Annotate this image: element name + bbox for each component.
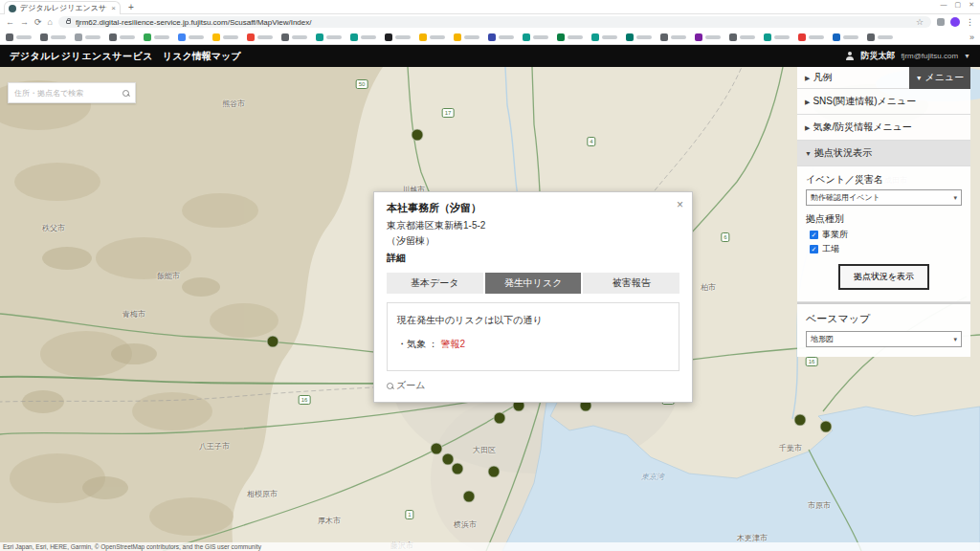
zoom-to-site-link[interactable]: ズーム [387, 379, 679, 392]
sidebar-item-sns[interactable]: ▶SNS(関連情報)メニュー [797, 89, 970, 115]
site-marker[interactable] [452, 463, 464, 475]
site-type-label: 拠点種別 [806, 212, 962, 226]
basemap-select[interactable]: 地形図 ▾ [806, 331, 962, 347]
bookmark-item[interactable] [523, 33, 548, 41]
bookmark-label [51, 35, 66, 39]
url-field[interactable]: fjrm62.digital-resilience-service.jp.fuj… [58, 16, 931, 28]
search-input[interactable] [14, 89, 119, 98]
new-tab-button[interactable]: + [128, 2, 134, 12]
bookmark-item[interactable] [557, 33, 583, 41]
map-canvas[interactable]: 青梅市川越市さいたま市熊谷市八王子市相模原市横浜市大田区江戸川区船橋市千葉市市原… [0, 67, 980, 551]
site-marker[interactable] [494, 412, 506, 425]
window-close-icon[interactable]: ✕ [969, 1, 974, 9]
bookmark-item[interactable] [212, 33, 238, 41]
sidebar-item-sites[interactable]: ▼拠点状況表示 [797, 141, 970, 166]
bookmark-favicon-icon [281, 33, 289, 41]
apply-sites-button[interactable]: 拠点状況を表示 [838, 264, 929, 290]
checkbox-factory-row[interactable]: ✓ 工場 [810, 243, 962, 255]
window-minimize-icon[interactable]: — [941, 1, 947, 9]
bookmark-item[interactable] [867, 33, 893, 41]
sns-section-label: SNS(関連情報)メニュー [813, 96, 916, 106]
site-address: 東京都港区東新橋1-5-2 [374, 218, 692, 233]
bookmark-item[interactable] [488, 33, 514, 41]
bookmark-item[interactable] [109, 33, 135, 41]
bookmark-item[interactable] [660, 33, 686, 41]
map-place-label: 柏市 [701, 282, 716, 293]
search-icon[interactable] [122, 90, 129, 97]
extensions-icon[interactable] [937, 18, 945, 26]
back-icon[interactable]: ← [6, 18, 14, 27]
site-marker[interactable] [431, 443, 443, 455]
lock-icon [66, 20, 71, 24]
checkbox-checked-icon[interactable]: ✓ [810, 231, 818, 239]
bookmark-star-icon[interactable]: ☆ [916, 17, 924, 27]
bookmark-label [809, 35, 824, 39]
bookmark-item[interactable] [591, 33, 617, 41]
reload-icon[interactable]: ⟳ [34, 18, 42, 27]
sidebar-item-weather[interactable]: ▶気象/防災情報メニュー [797, 115, 970, 141]
bookmark-item[interactable] [454, 33, 479, 41]
site-detail-link[interactable]: 詳細 [374, 249, 692, 265]
event-select[interactable]: 動作確認用イベント ▾ [806, 189, 962, 206]
forward-icon[interactable]: → [20, 18, 29, 27]
tab-close-icon[interactable]: × [111, 4, 116, 12]
bookmark-favicon-icon [316, 33, 323, 41]
tab-favicon-icon [9, 5, 16, 12]
profile-avatar[interactable] [950, 17, 960, 27]
bookmark-item[interactable] [833, 33, 858, 41]
site-marker[interactable] [820, 421, 833, 433]
bookmark-favicon-icon [109, 33, 117, 41]
bookmark-item[interactable] [385, 33, 411, 41]
site-marker[interactable] [463, 491, 476, 503]
bookmark-item[interactable] [281, 33, 307, 41]
map-place-label: 熊谷市 [222, 99, 245, 109]
site-marker[interactable] [267, 336, 279, 348]
account-caret-icon: ▼ [964, 53, 970, 59]
site-marker[interactable] [794, 414, 807, 427]
bookmark-item[interactable] [729, 33, 755, 41]
map-search-box[interactable] [8, 82, 136, 103]
bookmark-item[interactable] [419, 33, 445, 41]
bookmark-item[interactable] [178, 33, 204, 41]
map-place-label: 飯能市 [157, 271, 180, 281]
bookmark-item[interactable] [316, 33, 342, 41]
bookmark-item[interactable] [40, 33, 66, 41]
close-icon[interactable]: × [677, 198, 683, 211]
bookmark-favicon-icon [454, 33, 461, 41]
bookmark-item[interactable] [798, 33, 824, 41]
site-marker[interactable] [412, 129, 424, 142]
browser-tab[interactable]: デジタルレジリエンスサービス × [4, 1, 121, 14]
bookmark-item[interactable] [75, 33, 100, 41]
checkbox-checked-icon[interactable]: ✓ [810, 245, 818, 253]
bookmark-favicon-icon [523, 33, 530, 41]
bookmark-label [395, 35, 411, 39]
tab-active-risk[interactable]: 発生中リスク [485, 273, 582, 294]
site-marker[interactable] [488, 466, 501, 478]
menu-toggle-button[interactable]: ▼メニュー [909, 67, 970, 89]
bookmark-item[interactable] [144, 33, 169, 41]
tab-strip: デジタルレジリエンスサービス × + — ▢ ✕ [0, 0, 980, 14]
checkbox-office-row[interactable]: ✓ 事業所 [810, 229, 962, 241]
legend-toggle[interactable]: ▶凡例 [797, 67, 909, 89]
bookmarks-overflow-icon[interactable]: » [969, 33, 974, 42]
tab-basic-data[interactable]: 基本データ [387, 273, 483, 294]
route-shield-label: 50 [356, 79, 368, 89]
bookmark-item[interactable] [350, 33, 376, 41]
chevron-right-icon: ▶ [805, 124, 810, 131]
bookmark-item[interactable] [764, 33, 790, 41]
bookmark-label [843, 35, 858, 39]
user-account: fjrm@fujitsu.com [901, 52, 958, 60]
home-icon[interactable]: ⌂ [48, 18, 53, 27]
window-maximize-icon[interactable]: ▢ [955, 1, 962, 9]
chevron-down-icon: ▼ [916, 75, 923, 81]
url-text[interactable]: fjrm62.digital-resilience-service.jp.fuj… [76, 18, 911, 27]
browser-menu-icon[interactable]: ⋮ [966, 17, 974, 27]
bookmark-item[interactable] [695, 33, 721, 41]
account-menu[interactable]: 防災太郎 fjrm@fujitsu.com ▼ [845, 50, 970, 62]
bookmark-item[interactable] [6, 33, 32, 41]
route-shield-label: 1 [405, 510, 413, 519]
tab-damage-report[interactable]: 被害報告 [583, 273, 679, 294]
bookmark-item[interactable] [247, 33, 273, 41]
bookmark-label [878, 35, 893, 39]
bookmark-item[interactable] [626, 33, 652, 41]
